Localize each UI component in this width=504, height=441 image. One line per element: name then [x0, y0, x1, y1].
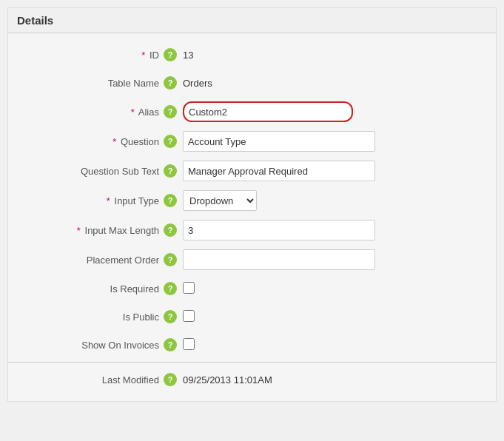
placement-order-help-icon[interactable]: ? [164, 253, 177, 266]
id-value: 13 [183, 50, 193, 61]
placement-order-label: Placement Order [16, 255, 164, 266]
table-name-label: Table Name [16, 78, 164, 89]
question-sub-text-row: Question Sub Text ? [8, 156, 496, 186]
alias-required-star: * [131, 107, 135, 118]
alias-help-icon[interactable]: ? [164, 105, 177, 118]
is-public-help-icon[interactable]: ? [164, 310, 177, 323]
last-modified-value-col: 09/25/2013 11:01AM [183, 374, 488, 386]
show-on-invoices-checkbox-col [183, 338, 488, 352]
question-input-col [183, 131, 488, 152]
divider [8, 362, 496, 363]
input-max-length-input[interactable] [183, 220, 375, 240]
input-max-length-label: * Input Max Length [16, 225, 164, 236]
input-max-length-required-star: * [77, 225, 81, 236]
question-required-star: * [112, 136, 116, 147]
input-type-select-col: Dropdown Text Checkbox Radio [183, 190, 488, 211]
is-required-label-text: Is Required [110, 283, 159, 294]
table-name-value: Orders [183, 78, 212, 89]
alias-label-text: Alias [138, 107, 159, 118]
id-value-col: 13 [183, 50, 488, 61]
is-public-row: Is Public ? [8, 303, 496, 331]
show-on-invoices-label-text: Show On Invoices [81, 340, 159, 351]
show-on-invoices-row: Show On Invoices ? [8, 331, 496, 359]
table-name-row: Table Name ? Orders [8, 69, 496, 97]
placement-order-row: Placement Order ? [8, 245, 496, 275]
question-sub-text-label-text: Question Sub Text [81, 166, 159, 177]
table-name-label-text: Table Name [108, 78, 159, 89]
question-row: * Question ? [8, 127, 496, 156]
id-required-star: * [141, 50, 145, 61]
last-modified-value: 09/25/2013 11:01AM [183, 374, 272, 386]
question-sub-text-input-col [183, 161, 488, 181]
last-modified-row: Last Modified ? 09/25/2013 11:01AM [8, 366, 496, 394]
input-type-row: * Input Type ? Dropdown Text Checkbox Ra… [8, 186, 496, 215]
id-label-text: ID [149, 50, 159, 61]
alias-input[interactable] [183, 101, 353, 122]
input-type-label: * Input Type [16, 195, 164, 206]
panel-body: * ID ? 13 Table Name ? Orders * Alias ? [8, 33, 496, 401]
question-label-text: Question [121, 136, 159, 147]
last-modified-help-icon[interactable]: ? [164, 373, 177, 386]
is-required-help-icon[interactable]: ? [164, 282, 177, 295]
is-required-checkbox-col [183, 282, 488, 296]
placement-order-input-col [183, 249, 488, 270]
alias-row: * Alias ? [8, 97, 496, 127]
placement-order-input[interactable] [183, 249, 375, 270]
is-public-label-text: Is Public [123, 312, 159, 323]
input-type-help-icon[interactable]: ? [164, 194, 177, 207]
last-modified-label: Last Modified [16, 374, 164, 386]
is-required-row: Is Required ? [8, 275, 496, 303]
question-help-icon[interactable]: ? [164, 135, 177, 148]
input-type-label-text: Input Type [115, 195, 159, 206]
input-type-required-star: * [107, 195, 110, 206]
question-sub-text-label: Question Sub Text [16, 166, 164, 177]
id-help-icon[interactable]: ? [164, 48, 177, 61]
input-max-length-label-text: Input Max Length [85, 225, 159, 236]
alias-label: * Alias [16, 107, 164, 118]
input-max-length-row: * Input Max Length ? [8, 215, 496, 245]
show-on-invoices-label: Show On Invoices [16, 340, 164, 351]
table-name-value-col: Orders [183, 78, 488, 89]
alias-input-col [183, 101, 488, 122]
is-public-checkbox[interactable] [183, 310, 195, 322]
question-input[interactable] [183, 131, 375, 152]
question-sub-text-help-icon[interactable]: ? [164, 164, 177, 178]
placement-order-label-text: Placement Order [87, 255, 159, 266]
input-type-select[interactable]: Dropdown Text Checkbox Radio [183, 190, 257, 211]
table-name-help-icon[interactable]: ? [164, 76, 177, 90]
input-max-length-input-col [183, 220, 488, 240]
is-public-label: Is Public [16, 312, 164, 323]
question-label: * Question [16, 136, 164, 147]
is-public-checkbox-col [183, 310, 488, 324]
input-max-length-help-icon[interactable]: ? [164, 223, 177, 237]
details-panel: Details * ID ? 13 Table Name ? Orders [7, 7, 497, 402]
is-required-checkbox[interactable] [183, 282, 195, 294]
question-sub-text-input[interactable] [183, 161, 375, 181]
id-label: * ID [16, 50, 164, 61]
last-modified-label-text: Last Modified [102, 374, 159, 386]
show-on-invoices-help-icon[interactable]: ? [164, 338, 177, 351]
id-row: * ID ? 13 [8, 41, 496, 69]
is-required-label: Is Required [16, 283, 164, 294]
panel-title: Details [8, 8, 496, 33]
show-on-invoices-checkbox[interactable] [183, 338, 195, 350]
